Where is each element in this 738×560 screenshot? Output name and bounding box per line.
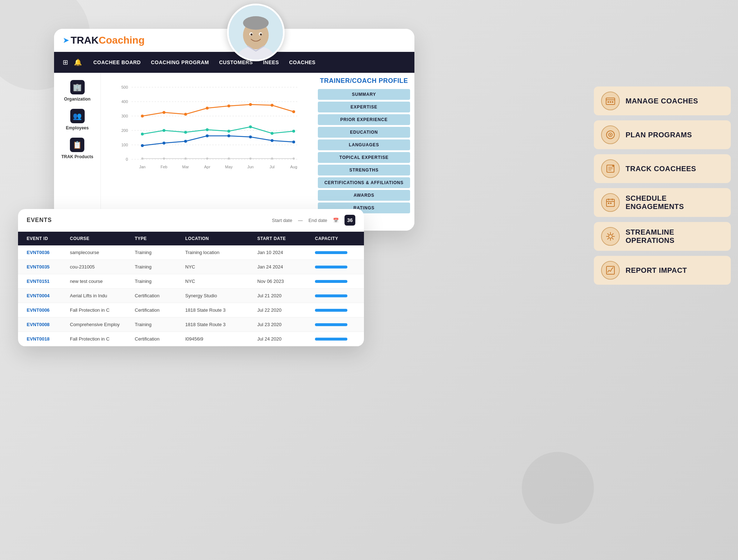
sidebar-item-trak-products[interactable]: 📋 TRAK Products — [61, 138, 93, 159]
nav-coaching-program[interactable]: COACHING PROGRAM — [151, 59, 209, 65]
svg-point-38 — [184, 140, 187, 143]
line-chart: 500 400 300 200 100 0 Jan Feb Mar Apr Ma… — [108, 80, 306, 174]
type-cell: Training — [135, 322, 185, 327]
nav-coaches[interactable]: COACHES — [289, 59, 316, 65]
plan-programs-icon — [601, 125, 620, 144]
type-cell: Training — [135, 264, 185, 270]
event-id-cell[interactable]: EVNT0004 — [27, 293, 70, 298]
table-row: EVNT0036 samplecourse Training Training … — [18, 245, 364, 260]
svg-point-29 — [163, 129, 165, 132]
table-row: EVNT0151 new test course Training NYC No… — [18, 274, 364, 289]
feature-label-manage-coaches: MANAGE COACHES — [626, 97, 698, 105]
svg-point-23 — [206, 107, 209, 110]
table-header: EVENT ID COURSE TYPE LOCATION START DATE… — [18, 232, 364, 245]
nav-inees[interactable]: INEES — [263, 59, 279, 65]
svg-point-80 — [609, 235, 612, 238]
event-id-cell[interactable]: EVNT0008 — [27, 322, 70, 327]
calendar-icon[interactable]: 📅 — [333, 218, 339, 223]
course-cell: Fall Protection in C — [70, 336, 135, 342]
event-id-cell[interactable]: EVNT0018 — [27, 336, 70, 342]
feature-report-impact[interactable]: REPORT IMPACT — [594, 256, 731, 285]
start-date-cell: Jan 10 2024 — [257, 250, 315, 255]
profile-btn-prior-experience[interactable]: PRIOR EXPERIENCE — [318, 114, 410, 125]
svg-point-48 — [228, 157, 230, 160]
nav-coachee-board[interactable]: COACHEE BOARD — [93, 59, 141, 65]
profile-btn-education[interactable]: EDUCATION — [318, 127, 410, 138]
end-date-label: End date — [308, 218, 327, 223]
svg-rect-63 — [608, 101, 609, 103]
col-header-course: COURSE — [70, 236, 135, 241]
feature-panel: MANAGE COACHES PLAN PROGRAMS TRACK COACH… — [594, 86, 731, 285]
svg-point-33 — [249, 125, 252, 128]
type-cell: Certification — [135, 307, 185, 313]
course-cell: Comprehensive Employ — [70, 322, 135, 327]
feature-schedule-engagements[interactable]: SCHEDULE ENGAGEMENTS — [594, 188, 731, 217]
event-id-cell[interactable]: EVNT0006 — [27, 307, 70, 313]
location-cell: 1818 State Route 3 — [185, 322, 257, 327]
start-date-cell: Jul 24 2020 — [257, 336, 315, 342]
event-id-cell[interactable]: EVNT0036 — [27, 250, 70, 255]
svg-text:100: 100 — [121, 143, 128, 147]
profile-btn-languages[interactable]: LANGUAGES — [318, 139, 410, 150]
svg-point-51 — [293, 157, 295, 160]
feature-label-plan-programs: PLAN PROGRAMS — [626, 131, 692, 139]
svg-text:300: 300 — [121, 114, 128, 118]
sidebar-label-organization: Organization — [64, 97, 90, 102]
svg-rect-64 — [610, 101, 611, 103]
employees-icon: 👥 — [70, 109, 85, 123]
profile-btn-topical-expertise[interactable]: TOPICAL EXPERTISE — [318, 152, 410, 163]
svg-point-50 — [271, 157, 273, 160]
svg-point-27 — [292, 110, 295, 113]
svg-point-68 — [610, 134, 611, 135]
nav-customers[interactable]: CUSTOMERS — [219, 59, 253, 65]
profile-btn-strengths[interactable]: STRENGTHS — [318, 165, 410, 175]
nav-bar: ⊞ 🔔 COACHEE BOARD COACHING PROGRAM CUSTO… — [54, 52, 414, 73]
col-header-type: TYPE — [135, 236, 185, 241]
capacity-bar — [315, 338, 347, 341]
location-cell: 1818 State Route 3 — [185, 307, 257, 313]
svg-point-43 — [292, 141, 295, 143]
svg-text:Jun: Jun — [247, 165, 254, 169]
event-id-cell[interactable]: EVNT0035 — [27, 264, 70, 270]
svg-point-42 — [271, 139, 274, 142]
profile-btn-certifications[interactable]: CERTIFICATIONS & AFFILIATIONS — [318, 177, 410, 188]
table-row: EVNT0035 cou-231005 Training NYC Jan 24 … — [18, 260, 364, 274]
profile-btn-awards[interactable]: AWARDS — [318, 190, 410, 201]
profile-btn-summary[interactable]: SUMMARY — [318, 89, 410, 100]
course-cell: samplecourse — [70, 250, 135, 255]
svg-point-34 — [271, 132, 274, 135]
capacity-bar — [315, 280, 347, 283]
svg-text:500: 500 — [121, 85, 128, 89]
capacity-bar — [315, 266, 347, 268]
table-row: EVNT0004 Aerial Lifts in Indu Certificat… — [18, 289, 364, 303]
feature-manage-coaches[interactable]: MANAGE COACHES — [594, 86, 731, 115]
svg-point-25 — [249, 103, 252, 106]
sidebar-item-organization[interactable]: 🏢 Organization — [64, 80, 90, 102]
location-cell: Training location — [185, 250, 257, 255]
capacity-cell — [315, 251, 355, 254]
profile-btn-expertise[interactable]: EXPERTISE — [318, 102, 410, 112]
svg-point-44 — [141, 157, 143, 160]
events-card: EVENTS Start date — End date 📅 36 EVENT … — [18, 209, 364, 346]
grid-icon[interactable]: ⊞ — [63, 58, 68, 66]
profile-area: TRAINER/COACH PROFILE SUMMARY EXPERTISE … — [314, 73, 414, 231]
feature-streamline-operations[interactable]: STREAMLINE OPERATIONS — [594, 222, 731, 251]
svg-text:Mar: Mar — [182, 165, 189, 169]
track-coachees-icon — [601, 159, 620, 178]
feature-plan-programs[interactable]: PLAN PROGRAMS — [594, 120, 731, 149]
col-header-capacity: CAPACITY — [315, 236, 355, 241]
capacity-bar — [315, 309, 347, 312]
event-id-cell[interactable]: EVNT0151 — [27, 279, 70, 284]
sidebar-item-employees[interactable]: 👥 Employees — [66, 109, 89, 130]
svg-point-36 — [141, 144, 144, 147]
start-date-cell: Jan 24 2024 — [257, 264, 315, 270]
type-cell: Training — [135, 250, 185, 255]
capacity-bar — [315, 251, 347, 254]
bell-icon[interactable]: 🔔 — [74, 58, 82, 66]
sidebar: 🏢 Organization 👥 Employees 📋 TRAK Produc… — [54, 73, 101, 231]
svg-point-35 — [292, 130, 295, 133]
start-date-cell: Jul 23 2020 — [257, 322, 315, 327]
logo-arrow-icon: ➤ — [63, 36, 69, 45]
feature-track-coachees[interactable]: TRACK COACHEES — [594, 154, 731, 183]
organization-icon: 🏢 — [70, 80, 85, 94]
